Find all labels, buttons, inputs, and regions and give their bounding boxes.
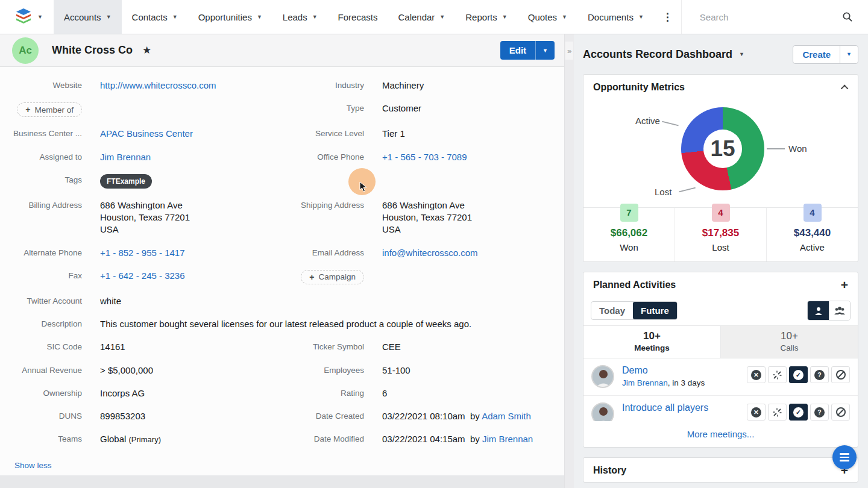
field-label: Ticker Symbol — [282, 341, 364, 351]
chevron-down-icon[interactable]: ▼ — [562, 14, 567, 20]
nav-tab-contacts[interactable]: Contacts▼ — [122, 0, 188, 34]
nav-tab-documents[interactable]: Documents▼ — [577, 0, 654, 34]
meeting-title-link[interactable]: Introduce all players — [622, 402, 708, 413]
decline-meeting-button[interactable] — [831, 404, 850, 421]
chevron-down-icon[interactable]: ▼ — [312, 14, 318, 20]
nav-tab-accounts[interactable]: Accounts▼ — [54, 0, 122, 34]
nav-tab-calendar[interactable]: Calendar▼ — [388, 0, 455, 34]
held-meeting-button[interactable]: ✓ — [789, 366, 808, 383]
question-icon: ? — [814, 370, 825, 380]
chevron-down-icon[interactable]: ▼ — [502, 14, 508, 20]
chevron-down-icon[interactable]: ▼ — [439, 14, 445, 20]
edit-dropdown-caret[interactable]: ▼ — [535, 41, 555, 60]
nav-tab-label: Forecasts — [338, 12, 378, 22]
add-activity-plus-icon[interactable]: + — [841, 280, 848, 290]
field-employees: Employees 51-100 — [282, 359, 564, 382]
add-campaign-button[interactable]: +Campaign — [301, 270, 364, 284]
add-member-of-button[interactable]: +Member of — [17, 102, 82, 117]
record-detail-body: Website http://www.whitecrossco.com Indu… — [0, 67, 564, 475]
create-button-label[interactable]: Create — [793, 46, 840, 63]
show-less-link[interactable]: Show less — [14, 461, 52, 470]
fax-link[interactable]: +1 - 642 - 245 - 3236 — [100, 271, 185, 281]
dashlet-title: Opportunity Metrics — [593, 82, 685, 93]
metric-tile-lost: 4 $17,835 Lost — [675, 208, 766, 261]
unlink-meeting-button[interactable] — [768, 366, 787, 383]
floating-actions-button[interactable] — [832, 445, 857, 469]
callout-lost-label: Lost — [655, 187, 671, 197]
email-link[interactable]: info@whitecrossco.com — [382, 248, 478, 258]
meeting-row: Demo Jim Brennan, in 3 days ✕ ✓ ? — [583, 358, 858, 396]
field-shipping-address: Shipping Address 686 Washington Ave Hous… — [282, 194, 564, 242]
chevron-down-icon[interactable]: ▼ — [172, 14, 178, 20]
website-link[interactable]: http://www.whitecrossco.com — [100, 80, 216, 90]
chevron-down-icon[interactable]: ▼ — [106, 14, 112, 20]
dashboard-title[interactable]: Accounts Record Dashboard — [583, 48, 732, 61]
record-title: White Cross Co — [52, 44, 133, 57]
create-button[interactable]: Create ▼ — [793, 45, 858, 64]
dashboard-header: Accounts Record Dashboard ▼ Create ▼ — [583, 42, 858, 67]
nav-tab-forecasts[interactable]: Forecasts — [328, 0, 388, 34]
pill-label: Member of — [34, 105, 74, 114]
field-value: white — [100, 295, 121, 307]
toggle-today[interactable]: Today — [591, 302, 633, 319]
tab-meetings[interactable]: 10+ Meetings — [583, 326, 721, 358]
field-value: 14161 — [100, 341, 125, 353]
tentative-meeting-button[interactable]: ? — [810, 366, 829, 383]
chevron-down-icon[interactable]: ▼ — [638, 14, 644, 20]
search-icon[interactable] — [842, 11, 863, 22]
more-modules-kebab-icon[interactable]: ⋮ — [654, 0, 681, 34]
field-ticker: Ticker Symbol CEE — [282, 336, 564, 358]
field-label: Email Address — [282, 247, 364, 257]
field-duns: DUNS 899853203 — [0, 405, 282, 428]
hamburger-icon — [840, 453, 849, 455]
field-alternate-phone: Alternate Phone +1 - 852 - 955 - 1417 — [0, 242, 282, 264]
business-center-link[interactable]: APAC Business Center — [100, 128, 193, 139]
created-by-link[interactable]: Adam Smith — [482, 411, 531, 421]
nav-tab-leads[interactable]: Leads▼ — [272, 0, 328, 34]
search-input[interactable] — [700, 12, 796, 22]
field-label: SIC Code — [0, 341, 82, 351]
decline-meeting-button[interactable] — [831, 366, 850, 383]
field-website: Website http://www.whitecrossco.com — [0, 74, 282, 97]
unlink-meeting-button[interactable] — [768, 404, 787, 421]
held-meeting-button[interactable]: ✓ — [789, 404, 808, 421]
check-icon: ✓ — [793, 370, 804, 380]
nav-tab-quotes[interactable]: Quotes▼ — [518, 0, 577, 34]
close-meeting-button[interactable]: ✕ — [747, 404, 766, 421]
field-type: Type Customer — [282, 97, 564, 122]
more-meetings-link[interactable]: More meetings... — [687, 429, 755, 439]
tab-calls[interactable]: 10+ Calls — [721, 326, 858, 358]
toggle-future[interactable]: Future — [633, 302, 677, 319]
field-label: Office Phone — [282, 151, 364, 161]
all-activities-group-icon[interactable] — [829, 301, 850, 320]
global-search[interactable] — [682, 11, 863, 22]
top-nav: ▼ Accounts▼ Contacts▼ Opportunities▼ Lea… — [0, 0, 868, 34]
tag-pill[interactable]: FTExample — [100, 174, 152, 189]
dashlet-header: Planned Activities + — [583, 272, 858, 296]
edit-button-label[interactable]: Edit — [500, 41, 535, 60]
office-phone-link[interactable]: +1 - 565 - 703 - 7089 — [382, 152, 467, 162]
collapse-chevron-up-icon[interactable] — [841, 84, 849, 92]
app-logo-menu[interactable]: ▼ — [0, 0, 54, 34]
activities-toolbar: Today Future — [583, 296, 858, 326]
field-label: Industry — [282, 80, 364, 90]
collapse-dashboard-handle[interactable]: » — [565, 42, 573, 60]
nav-tab-label: Leads — [283, 12, 307, 22]
nav-tab-opportunities[interactable]: Opportunities▼ — [188, 0, 272, 34]
chevron-down-icon[interactable]: ▼ — [739, 51, 744, 57]
meeting-user-link[interactable]: Jim Brennan — [622, 378, 668, 387]
nav-tab-reports[interactable]: Reports▼ — [455, 0, 517, 34]
my-activities-person-icon[interactable] — [808, 301, 829, 320]
chevron-down-icon[interactable]: ▼ — [257, 14, 262, 20]
edit-button[interactable]: Edit ▼ — [500, 41, 555, 60]
meeting-title-link[interactable]: Demo — [622, 365, 648, 375]
assigned-to-link[interactable]: Jim Brennan — [100, 152, 151, 162]
tentative-meeting-button[interactable]: ? — [810, 404, 829, 421]
close-meeting-button[interactable]: ✕ — [747, 366, 766, 383]
modified-by-link[interactable]: Jim Brennan — [482, 434, 533, 444]
create-dropdown-caret[interactable]: ▼ — [840, 46, 858, 63]
favorite-star-icon[interactable]: ★ — [142, 44, 151, 57]
donut-chart[interactable]: 15 — [681, 107, 764, 190]
callout-line — [767, 148, 785, 149]
alternate-phone-link[interactable]: +1 - 852 - 955 - 1417 — [100, 248, 185, 258]
